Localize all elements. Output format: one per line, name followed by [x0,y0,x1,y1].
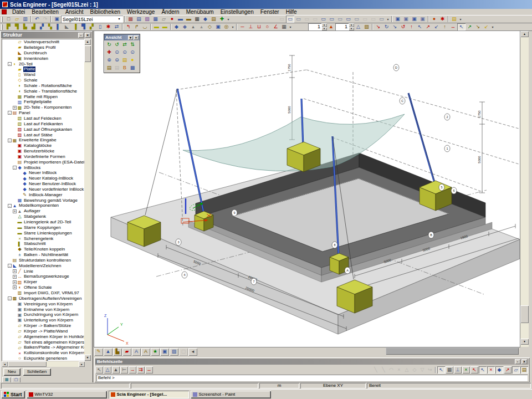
snap-tool-icon[interactable]: ↪ [426,366,434,374]
status-unit[interactable]: m [259,383,299,388]
tree-expander-icon[interactable]: + [13,275,17,279]
undo-redo-icon[interactable]: ↶ [33,16,41,23]
tree-item[interactable]: ▣ Durchdringung von Körpern [2,312,85,318]
tree-item[interactable]: ▣ Vordefinierte Formen [2,154,85,160]
view-layout-icon[interactable]: ▭ [278,16,286,23]
tree-item[interactable]: ◆ Neuer Benutzer-InBlock [2,181,85,187]
tree-item[interactable]: ▥ Fertigteilplatte [2,99,85,105]
view-rotate-icon[interactable]: ⇄ [121,41,129,48]
tree-item[interactable]: ▱ Balken/Platte -> Allgemeiner Körper [2,345,85,350]
project-tool-icon[interactable]: ▦ [151,16,160,23]
misc-tool-icon[interactable]: ✱ [438,16,447,23]
tree-item[interactable]: + ↔ Bemaßungswerkzeuge [2,274,85,279]
misc-tool-icon[interactable]: ● [430,16,438,23]
tree-item[interactable]: ▨ Last auf Öffnungskanten [2,127,85,132]
section-tool-icon[interactable]: ▯ [96,23,104,30]
draw-tool-icon[interactable]: ─ [238,23,247,30]
section-tool-icon[interactable]: ✱ [104,23,112,30]
zoom-tool-icon[interactable]: ⊙ [113,49,121,56]
start-button[interactable]: Start [1,391,25,398]
project-tool-icon[interactable]: ✚ [218,16,226,23]
section-tool-icon[interactable]: ▞ [88,23,96,30]
activity-tool-icon[interactable]: ↘ [391,23,399,30]
pin-icon[interactable]: ▫ [78,33,84,38]
tree-item[interactable]: ▱ Körper -> Platte/Wand [2,329,85,334]
section-tool-icon[interactable]: ◣ [63,23,71,30]
toggle-tool-icon[interactable]: ▬ [161,23,169,30]
activity-tool-icon[interactable]: ↑ [407,23,416,30]
activity-tool-icon[interactable]: ↙ [482,23,490,30]
model-canvas[interactable]: 1750 5000 1750 5000 15000 20000 5000 500… [94,31,520,347]
snap-tool-icon[interactable]: ◇ [411,366,418,374]
menu-item[interactable]: Fenster [257,9,283,16]
zoom-tool-icon[interactable]: ✚ [105,49,113,56]
toolbar-overflow-icon[interactable]: ▾ [231,25,235,29]
modify-tool-icon[interactable]: ◆ [172,23,181,30]
view-layout-icon[interactable]: ▭ [361,16,369,23]
toolbar-overflow-icon[interactable]: ▾ [386,17,390,21]
spin-tool-icon[interactable]: △ [354,23,362,30]
modify-tool-icon[interactable]: ▣ [214,23,222,30]
spin-down-icon[interactable]: ▼ [321,27,327,31]
snap-tool-icon[interactable]: ↖ [437,366,445,374]
view-layout-icon[interactable]: ▭ [294,16,303,23]
tree-item[interactable]: ▣ Katalogblöcke [2,143,85,149]
modify-tool-icon[interactable]: ▴ [197,23,206,30]
tree-item[interactable]: ◆ Neuer vordefinierter InBlock der [2,187,85,192]
clipboard-icon[interactable]: ▣ [418,16,427,23]
snap-tool-icon[interactable]: ⊥ [454,366,462,374]
tree-item[interactable]: × Scherengelenk [2,236,85,241]
spin-tool-icon[interactable]: ▧ [362,23,371,30]
activity-tool-icon[interactable]: ↖ [457,23,466,30]
section-tool-icon[interactable]: ▚ [46,23,54,30]
tree-item[interactable]: ▣ Vereinigung von Körpern [2,301,85,307]
taskbar-task[interactable]: Screenshot - Paint [191,391,271,398]
activity-spinner-2[interactable]: 1 ▲▼ [335,23,354,30]
zoom-tool-icon[interactable]: ⊙ [121,49,129,56]
activity-tool-icon[interactable]: ↔ [449,23,457,30]
tree-item[interactable]: - ◗ 2D-Teil [2,61,85,66]
menu-item[interactable]: Menübaum [183,9,217,16]
tree-item[interactable]: ▦ Bewehrung gemäß Vorlage [2,197,85,203]
toolbar-overflow-icon[interactable]: ▾ [458,17,463,21]
draw-tool-icon[interactable]: ⊥ [247,23,255,30]
command-tool-icon[interactable]: → [129,366,136,374]
tree-item[interactable]: ▨ Last auf Stäbe [2,132,85,137]
menu-item[interactable]: Werkzeuge [124,9,158,16]
tree-expander-icon[interactable]: + [13,280,17,284]
view-layout-icon[interactable]: ▭ [344,16,352,23]
pin-icon[interactable]: ▫ [515,359,520,364]
activity-spinner-1[interactable]: 1 ▲▼ [308,23,327,30]
tree-item[interactable]: ◖ Schale - Translationsfläche [2,89,85,94]
3d-viewport-scene[interactable]: 1750 5000 1750 5000 15000 20000 5000 500… [94,31,520,347]
snap-tool-icon[interactable]: ╲ [372,366,380,374]
section-tool-icon[interactable]: ▜ [13,23,21,30]
scroll-left-icon[interactable]: ◂ [2,361,8,367]
viewport-tool-icon[interactable]: ▣ [160,348,169,356]
tree-expander-icon[interactable]: - [8,111,12,115]
tree-item[interactable]: + ▧ Körper [2,279,85,285]
render-mode-icon[interactable]: ▤ [105,64,113,71]
menu-item[interactable]: Hilfe [283,9,300,16]
command-tool-icon[interactable]: △ [104,366,111,374]
spin-tool-icon[interactable]: ▲ [327,23,335,30]
activity-tool-icon[interactable]: ↗ [466,23,474,30]
tree-item[interactable]: - ▲ Modellkomponenten [2,203,85,208]
tree-item[interactable]: ◇ Schale [2,78,85,83]
snap-tool-icon[interactable]: ▱ [512,366,520,374]
view-layout-icon[interactable]: ▭ [352,16,361,23]
section-tool-icon[interactable]: ▙ [21,23,29,30]
project-tool-icon[interactable]: ▤ [209,16,218,23]
project-tool-icon[interactable]: ▦ [193,16,201,23]
clipboard-icon[interactable]: ▣ [410,16,418,23]
scrollbar-thumb[interactable] [520,305,529,323]
tree-item[interactable]: ▯ Wand [2,72,85,78]
sidebar-title-bar[interactable]: Struktur ▫ × [1,32,92,38]
close-icon[interactable]: × [134,35,139,40]
close-icon[interactable]: × [85,33,90,38]
tree-item[interactable]: ▬ Starre Linienkopplungen [2,231,85,236]
snap-tool-icon[interactable]: ▤ [520,366,528,374]
tree-item[interactable]: ± Balken - Nichtlinearität [2,252,85,258]
title-bar[interactable]: Scia Engineer - [Segel015Lzei : 1] [0,0,532,9]
activity-tool-icon[interactable]: ↗ [424,23,432,30]
